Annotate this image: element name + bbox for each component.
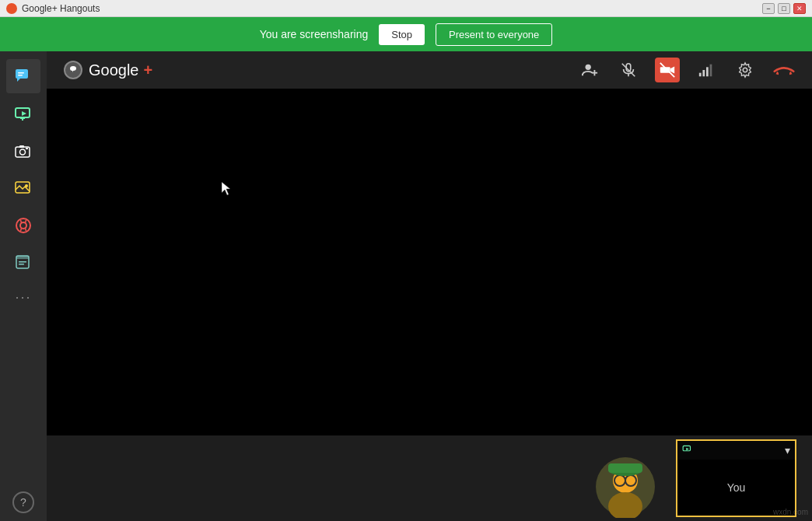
svg-line-17	[21, 220, 22, 223]
thumb-share-icon	[682, 444, 693, 457]
svg-point-39	[743, 68, 747, 72]
settings-icon	[737, 61, 754, 79]
logo-plus-text: +	[144, 61, 153, 79]
stop-button[interactable]: Stop	[379, 24, 425, 45]
app-icon	[6, 3, 17, 14]
sidebar-item-board[interactable]	[6, 246, 40, 280]
content-area: Google+	[47, 51, 812, 521]
watermark: wxdn.com	[773, 508, 808, 516]
sidebar-item-share[interactable]	[6, 96, 40, 131]
svg-line-18	[26, 220, 26, 223]
hangup-icon	[773, 61, 795, 79]
help-button[interactable]: ?	[12, 491, 34, 513]
lifesaver-icon	[14, 216, 33, 235]
svg-rect-22	[16, 256, 29, 259]
signal-button[interactable]	[694, 58, 719, 82]
videocam-off-icon	[659, 61, 676, 79]
titlebar-left: Google+ Hangouts	[6, 3, 100, 14]
window-controls: − □ ✕	[762, 3, 806, 14]
thumb-header: ▾	[677, 441, 795, 460]
svg-rect-7	[20, 117, 25, 119]
screenshare-message: You are screensharing	[260, 28, 369, 40]
titlebar: Google+ Hangouts − □ ✕	[0, 0, 812, 17]
camera-icon	[14, 142, 33, 160]
hangup-button[interactable]	[772, 58, 796, 82]
content-header: Google+	[47, 51, 812, 89]
header-controls	[577, 58, 796, 82]
svg-marker-50	[686, 447, 689, 450]
other-participant-avatar	[594, 456, 656, 521]
logo-google-text: Google	[89, 61, 139, 79]
sidebar-item-photo[interactable]	[6, 171, 40, 205]
svg-point-15	[16, 219, 30, 233]
sidebar-more-button[interactable]: ...	[15, 286, 31, 302]
sidebar-item-lifesaver[interactable]	[6, 208, 40, 243]
svg-rect-38	[710, 65, 712, 77]
svg-rect-4	[18, 75, 23, 76]
photo-icon	[14, 179, 33, 198]
participant-name: You	[727, 481, 746, 494]
board-icon	[14, 254, 33, 272]
video-toggle-button[interactable]	[655, 58, 680, 82]
svg-rect-37	[706, 67, 709, 76]
svg-rect-8	[22, 119, 23, 121]
mute-mic-button[interactable]	[616, 58, 641, 82]
svg-line-19	[21, 229, 22, 232]
participant-thumbnail[interactable]: ▾ You	[676, 439, 796, 517]
sidebar-item-chat[interactable]	[6, 59, 40, 93]
share-screen-icon	[14, 104, 33, 123]
sidebar: ... ?	[0, 51, 47, 521]
sidebar-item-camera[interactable]	[6, 134, 40, 168]
svg-point-14	[25, 184, 28, 187]
svg-rect-12	[26, 148, 28, 149]
mouse-cursor	[222, 182, 231, 196]
svg-marker-2	[17, 79, 20, 82]
svg-rect-3	[18, 72, 24, 74]
svg-point-0	[8, 5, 16, 12]
close-button[interactable]: ✕	[793, 3, 806, 14]
screen-share-small-icon	[682, 444, 693, 455]
present-everyone-button[interactable]: Present to everyone	[436, 23, 552, 46]
bottom-strip: ▾ You wxdn.com	[47, 435, 812, 521]
svg-point-10	[20, 149, 26, 155]
add-person-icon	[581, 61, 598, 79]
svg-line-20	[26, 229, 26, 232]
mic-off-icon	[620, 61, 637, 79]
svg-point-16	[20, 222, 26, 229]
svg-marker-6	[22, 111, 26, 116]
svg-point-27	[586, 65, 591, 70]
video-area	[47, 89, 812, 435]
signal-icon	[698, 61, 715, 79]
main-layout: ... ? Google+	[0, 51, 812, 521]
svg-rect-48	[608, 463, 642, 473]
svg-rect-23	[19, 261, 26, 263]
minimize-button[interactable]: −	[762, 3, 775, 14]
window-title: Google+ Hangouts	[22, 3, 100, 14]
svg-rect-24	[19, 264, 24, 265]
google-plus-logo: Google+	[62, 59, 152, 81]
hangouts-icon	[62, 59, 84, 81]
thumb-chevron-icon[interactable]: ▾	[785, 444, 790, 456]
svg-rect-35	[699, 73, 702, 77]
svg-rect-1	[16, 69, 28, 79]
maximize-button[interactable]: □	[778, 3, 790, 14]
settings-button[interactable]	[733, 58, 758, 82]
screenshare-bar: You are screensharing Stop Present to ev…	[0, 17, 812, 51]
chat-icon	[14, 67, 33, 86]
svg-rect-11	[19, 145, 24, 148]
svg-rect-36	[702, 70, 705, 76]
avatar-icon	[594, 456, 656, 518]
add-person-button[interactable]	[577, 58, 602, 82]
svg-marker-40	[222, 182, 230, 195]
